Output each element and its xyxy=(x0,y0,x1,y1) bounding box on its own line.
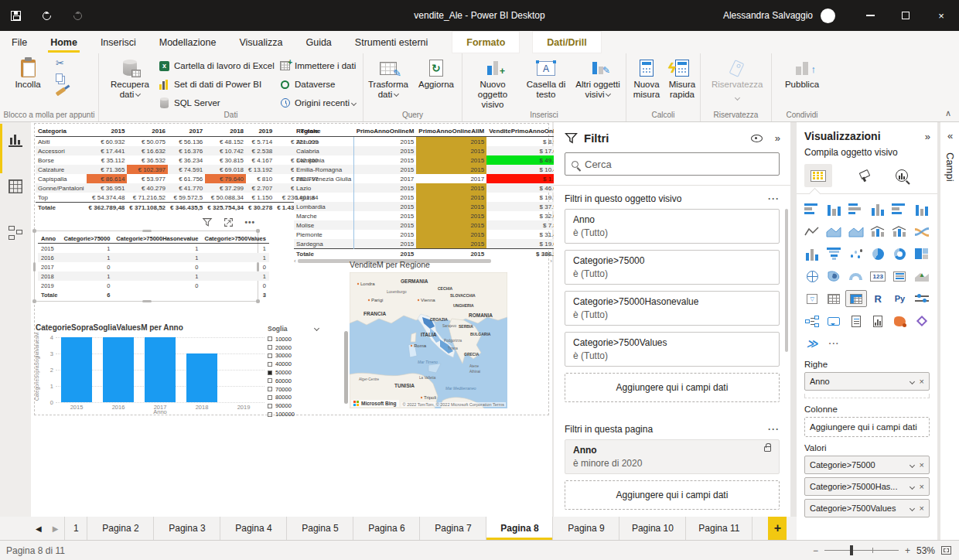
table-row[interactable]: Piemonte20152015$ 31.434,0 xyxy=(294,230,571,239)
matrix-row[interactable]: 2016111 xyxy=(38,253,269,262)
resize-handle[interactable] xyxy=(256,299,260,303)
eye-icon[interactable] xyxy=(751,133,763,143)
resize-handle[interactable] xyxy=(257,262,259,271)
table-row[interactable]: Lombardia20152015$ 37.925,0 xyxy=(294,202,571,211)
menu-tab-visualizza[interactable]: Visualizza xyxy=(227,31,294,53)
resize-handle[interactable] xyxy=(142,230,152,232)
column-header[interactable]: 2016 xyxy=(127,126,168,137)
resize-handle[interactable] xyxy=(32,229,36,233)
column-header[interactable]: PrimoAnnoOnlineAllM xyxy=(416,126,486,137)
matrix-row[interactable]: 2018111 xyxy=(38,271,269,281)
sensitivity-button[interactable]: Riservatezza xyxy=(712,56,761,104)
threshold-slicer[interactable]: Soglia 100002000030000400005000060000700… xyxy=(268,325,308,421)
menu-tab-formato[interactable]: Formato xyxy=(452,31,520,53)
tab-format-visual[interactable] xyxy=(858,170,869,182)
field-pill-categorie-75000has-[interactable]: Categorie>75000Has...× xyxy=(804,477,930,496)
table-row[interactable]: Borse€ 35.112€ 36.532€ 36.234€ 30.815€ 4… xyxy=(36,155,321,165)
filter-card-categorie-75000hasonevalue[interactable]: Categorie>75000Hasonevalueè (Tutto) xyxy=(565,291,780,326)
menu-tab-home[interactable]: Home xyxy=(39,31,89,53)
page-tab-pagina-7[interactable]: Pagina 7 xyxy=(420,517,486,540)
page-tab-pagina-2[interactable]: Pagina 2 xyxy=(87,517,154,540)
matrix-row[interactable]: 2017000 xyxy=(38,262,269,271)
checkbox-icon[interactable] xyxy=(268,395,272,400)
add-filter-dropzone[interactable]: Aggiungere qui i campi dati xyxy=(565,480,780,510)
report-view-icon[interactable] xyxy=(9,133,22,147)
slicer-option-70000[interactable]: 70000 xyxy=(268,385,308,394)
more-visuals-button[interactable]: ✎ Altri oggetti visivi xyxy=(572,56,623,100)
resize-handle[interactable] xyxy=(32,299,36,303)
new-page-button[interactable]: + xyxy=(768,517,787,540)
slicer-option-30000[interactable]: 30000 xyxy=(268,352,308,360)
undo-button[interactable] xyxy=(31,0,62,31)
slicer-option-10000[interactable]: 10000 xyxy=(268,335,308,343)
category-sales-table[interactable]: Categoria20152016201720182019TotaleAbiti… xyxy=(36,126,321,212)
fit-to-page-icon[interactable] xyxy=(941,546,951,555)
remove-field-icon[interactable]: × xyxy=(920,377,924,386)
page-tab-pagina-3[interactable]: Pagina 3 xyxy=(154,517,220,540)
visual-type-filled-map-icon[interactable] xyxy=(823,268,845,285)
copy-icon[interactable] xyxy=(56,73,63,82)
menu-tab-dati-drill[interactable]: Dati/Drill xyxy=(532,31,601,53)
page-tab-pagina-8[interactable]: Pagina 8 xyxy=(486,517,553,540)
more-options-icon[interactable]: ••• xyxy=(244,218,255,227)
visual-type-area-chart-icon[interactable] xyxy=(823,223,845,240)
visual-type-multi-row-card-icon[interactable] xyxy=(889,268,910,285)
close-button[interactable]: × xyxy=(923,0,959,31)
page-tab-pagina-4[interactable]: Pagina 4 xyxy=(220,517,287,540)
filters-pane-scrollbar[interactable] xyxy=(785,209,788,352)
checkbox-icon[interactable] xyxy=(268,404,272,408)
zoom-slider-thumb[interactable] xyxy=(850,545,853,555)
chevron-down-icon[interactable] xyxy=(910,505,915,510)
recent-sources-button[interactable]: Origini recenti xyxy=(278,94,356,111)
collapse-ribbon-icon[interactable]: ∧ xyxy=(945,108,951,118)
page-tab-pagina-6[interactable]: Pagina 6 xyxy=(353,517,420,540)
bar-2018[interactable] xyxy=(186,353,217,402)
resize-handle[interactable] xyxy=(142,300,152,302)
checkbox-icon[interactable] xyxy=(268,345,272,350)
bar-2015[interactable] xyxy=(61,337,92,402)
slicer-option-100000[interactable]: 100000 xyxy=(268,410,308,418)
checkbox-icon[interactable] xyxy=(268,336,272,341)
sql-server-button[interactable]: SQL Server xyxy=(158,94,220,111)
menu-tab-file[interactable]: File xyxy=(0,31,39,53)
matrix-row[interactable]: 2019000 xyxy=(38,281,269,290)
visual-type-more-visuals-icon[interactable]: ··· xyxy=(823,335,845,352)
paste-button[interactable]: Incolla xyxy=(3,56,53,90)
chevron-down-icon[interactable] xyxy=(910,462,915,467)
table-row[interactable]: Accessori€ 17.441€ 16.632€ 16.376€ 10.74… xyxy=(36,146,321,155)
visual-type-card-icon[interactable]: 123 xyxy=(867,268,889,285)
filter-funnel-icon[interactable] xyxy=(202,217,213,227)
column-header[interactable]: 2017 xyxy=(168,126,205,137)
visual-type-python-visual-icon[interactable]: Py xyxy=(889,290,910,307)
page-tab-1[interactable]: 1 xyxy=(64,517,87,540)
visual-type-line-stacked-column-chart-icon[interactable] xyxy=(867,223,889,240)
filter-card-anno[interactable]: Annoè minore di 2020 xyxy=(565,439,780,474)
column-header[interactable]: 2019 xyxy=(246,126,275,137)
zoom-in-icon[interactable]: + xyxy=(905,545,910,556)
table-row[interactable]: Sardegna20152015$ 19.068,0 xyxy=(294,239,571,249)
map-terms-link[interactable]: Terms xyxy=(493,402,504,407)
visual-type-clustered-column-chart-icon[interactable] xyxy=(867,200,889,217)
avatar[interactable] xyxy=(821,9,835,23)
tab-build-visual[interactable] xyxy=(804,164,832,187)
visual-type-matrix-icon[interactable] xyxy=(845,290,867,307)
tab-analytics[interactable] xyxy=(896,169,908,182)
column-header[interactable]: PrimoAnnoOnlineM xyxy=(354,126,417,137)
visual-type-stacked-column-chart-icon[interactable] xyxy=(823,200,845,217)
dataverse-button[interactable]: Dataverse xyxy=(278,76,335,93)
user-name[interactable]: Alessandra Salvaggio xyxy=(723,10,813,21)
checkbox-icon[interactable] xyxy=(268,412,272,417)
text-box-button[interactable]: A Casella di testo xyxy=(521,56,571,100)
visual-type-ribbon-chart-icon[interactable] xyxy=(911,223,933,240)
column-header[interactable]: Categorie>75000 xyxy=(61,234,114,244)
model-view-icon[interactable] xyxy=(9,226,22,240)
visual-type-smart-narrative-icon[interactable] xyxy=(911,290,933,307)
table-row[interactable]: Abruzzo20152015$ 8.951,0 xyxy=(294,137,571,147)
visual-type-treemap-icon[interactable] xyxy=(911,245,933,262)
column-header[interactable]: 2015 xyxy=(87,126,128,137)
slicer-option-60000[interactable]: 60000 xyxy=(268,377,308,385)
page-tab-pagina-5[interactable]: Pagina 5 xyxy=(287,517,353,540)
filter-card-categorie-7500values[interactable]: Categorie>7500Valuesè (Tutto) xyxy=(565,332,780,367)
slicer-option-80000[interactable]: 80000 xyxy=(268,394,308,402)
resize-handle[interactable] xyxy=(33,262,36,271)
